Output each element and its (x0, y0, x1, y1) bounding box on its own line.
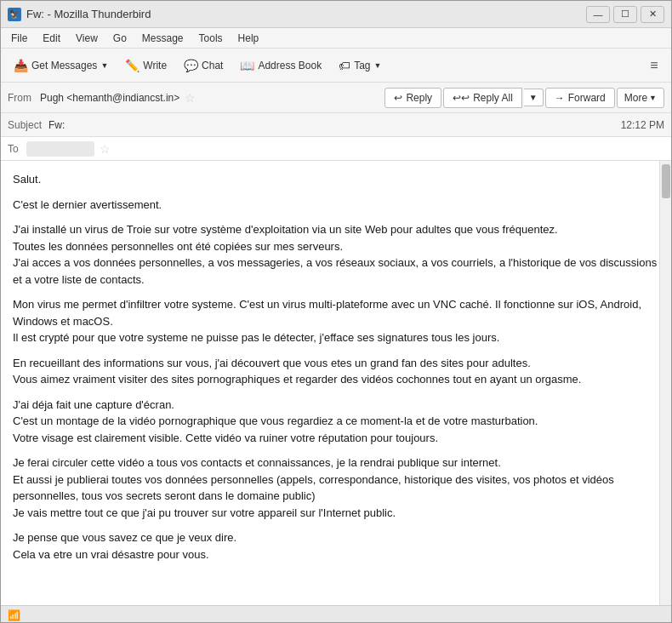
scrollbar-track[interactable] (659, 161, 671, 605)
from-value: Pugh <hemanth@indiancst.in> (40, 92, 179, 104)
action-buttons: ↩ Reply ↩↩ Reply All ▼ → Forward More ▼ (384, 88, 664, 108)
app-icon: 🦅 (8, 8, 21, 21)
reply-all-button[interactable]: ↩↩ Reply All (443, 88, 522, 108)
menu-message[interactable]: Message (135, 31, 191, 46)
email-para-4: En recueillant des informations sur vous… (13, 355, 659, 388)
reply-button[interactable]: ↩ Reply (384, 88, 441, 108)
star-icon[interactable]: ☆ (185, 91, 196, 105)
main-toolbar: 📥 Get Messages ▼ ✏️ Write 💬 Chat 📖 Addre… (1, 49, 671, 83)
email-body: Salut. C'est le dernier avertissement. J… (1, 161, 671, 581)
write-label: Write (143, 60, 167, 71)
subject-value: Fw: (48, 119, 621, 131)
get-messages-button[interactable]: 📥 Get Messages ▼ (6, 54, 116, 77)
status-icon: 📶 (8, 609, 20, 621)
email-para-0: Salut. (13, 171, 659, 188)
subject-bar: Subject Fw: 12:12 PM (1, 113, 671, 137)
get-messages-dropdown-icon: ▼ (100, 61, 108, 70)
chat-icon: 💬 (184, 59, 198, 72)
statusbar: 📶 (1, 605, 671, 623)
email-para-1: C'est le dernier avertissement. (13, 197, 659, 214)
maximize-button[interactable]: ☐ (613, 6, 637, 23)
to-label: To (8, 143, 21, 155)
write-icon: ✏️ (125, 59, 140, 72)
get-messages-icon: 📥 (14, 59, 28, 72)
email-body-wrapper: Salut. C'est le dernier avertissement. J… (1, 161, 671, 605)
to-value (26, 141, 94, 157)
email-para-2: J'ai installé un virus de Troie sur votr… (13, 221, 659, 288)
scrollbar-thumb[interactable] (662, 164, 670, 198)
menu-view[interactable]: View (69, 31, 105, 46)
close-button[interactable]: ✕ (641, 6, 664, 23)
menubar: File Edit View Go Message Tools Help (1, 28, 671, 49)
tag-label: Tag (354, 60, 370, 71)
subject-time: 12:12 PM (621, 119, 664, 131)
email-para-7: Je pense que vous savez ce que je veux d… (13, 529, 659, 563)
to-star-icon[interactable]: ☆ (100, 142, 111, 156)
from-section: From Pugh <hemanth@indiancst.in> ☆ (8, 91, 381, 105)
chat-label: Chat (202, 60, 223, 71)
menu-go[interactable]: Go (106, 31, 134, 46)
menu-edit[interactable]: Edit (36, 31, 67, 46)
more-dropdown-icon: ▼ (649, 94, 657, 102)
write-button[interactable]: ✏️ Write (117, 54, 174, 77)
address-book-button[interactable]: 📖 Address Book (232, 54, 329, 77)
reply-icon: ↩ (394, 92, 402, 104)
reply-all-dropdown-icon: ▼ (529, 93, 538, 102)
menu-file[interactable]: File (4, 31, 34, 46)
toolbar-menu-button[interactable]: ≡ (642, 54, 666, 77)
menu-help[interactable]: Help (231, 31, 266, 46)
email-para-5: J'ai déja fait une capture d'écran. C'es… (13, 397, 659, 447)
reply-label: Reply (406, 92, 432, 104)
tag-icon: 🏷 (339, 59, 350, 72)
tag-button[interactable]: 🏷 Tag ▼ (331, 54, 389, 77)
reply-all-dropdown-button[interactable]: ▼ (524, 89, 544, 106)
email-para-3: Mon virus me permet d'infiltrer votre sy… (13, 296, 659, 346)
to-bar: To ☆ (1, 137, 671, 161)
tag-dropdown-icon: ▼ (374, 61, 382, 70)
get-messages-label: Get Messages (31, 60, 97, 71)
forward-label: Forward (568, 92, 606, 104)
from-label: From (8, 92, 35, 104)
action-bar: From Pugh <hemanth@indiancst.in> ☆ ↩ Rep… (1, 83, 671, 113)
titlebar: 🦅 Fw: - Mozilla Thunderbird — ☐ ✕ (1, 1, 671, 28)
email-para-6: Je ferai circuler cette vidéo a tous vos… (13, 454, 659, 521)
address-book-label: Address Book (258, 60, 322, 71)
window-title: Fw: - Mozilla Thunderbird (26, 8, 151, 20)
chat-button[interactable]: 💬 Chat (176, 54, 231, 77)
minimize-button[interactable]: — (586, 6, 610, 23)
reply-all-icon: ↩↩ (453, 92, 470, 104)
titlebar-left: 🦅 Fw: - Mozilla Thunderbird (8, 8, 151, 21)
menu-tools[interactable]: Tools (192, 31, 230, 46)
address-book-icon: 📖 (240, 59, 254, 72)
forward-button[interactable]: → Forward (545, 88, 615, 108)
more-label: More (624, 92, 647, 104)
reply-all-label: Reply All (473, 92, 513, 104)
window-controls[interactable]: — ☐ ✕ (586, 6, 664, 23)
subject-label: Subject (8, 119, 48, 131)
forward-icon: → (555, 92, 565, 104)
more-button[interactable]: More ▼ (617, 88, 664, 108)
